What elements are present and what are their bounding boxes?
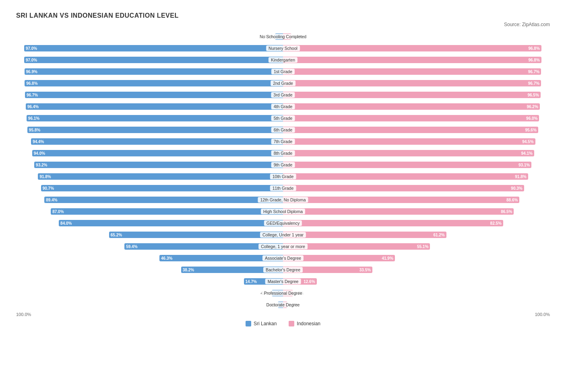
bar-pink: 90.3%: [283, 185, 524, 191]
right-half: 12.6%: [283, 277, 550, 286]
bar-blue: 96.7%: [25, 92, 283, 98]
right-half: 93.1%: [283, 160, 550, 169]
left-half: 14.7%: [16, 277, 283, 286]
bar-blue: 93.2%: [34, 162, 283, 168]
bar-blue: 96.1%: [27, 115, 283, 121]
bar-blue: 97.0%: [24, 45, 283, 51]
left-half: 96.7%: [16, 90, 283, 99]
bar-pink: 55.1%: [283, 243, 430, 250]
legend-color-pink: [289, 321, 294, 326]
right-half: 96.5%: [283, 90, 550, 99]
bar-blue-value: 59.4%: [124, 244, 137, 249]
bar-blue-value: 46.3%: [159, 256, 172, 261]
left-half: 96.4%: [16, 102, 283, 111]
right-half: 88.6%: [283, 195, 550, 204]
bar-pink-outside-value: 3.7%: [295, 291, 304, 296]
bar-blue: 94.0%: [32, 150, 283, 156]
right-half: 96.8%: [283, 55, 550, 64]
bar-pink: 93.1%: [283, 162, 531, 168]
right-half: 61.2%: [283, 230, 550, 239]
bar-blue-value: 91.8%: [38, 174, 51, 179]
right-half: 82.5%: [283, 219, 550, 228]
left-half: 89.4%: [16, 195, 283, 204]
bar-row: 93.2%9th Grade93.1%: [16, 160, 550, 170]
bar-pink: 94.5%: [283, 138, 535, 145]
bar-row: 3.0%No Schooling Completed3.2%: [16, 31, 550, 42]
bar-blue: 59.4%: [124, 243, 283, 250]
bar-pink-value: 96.7%: [528, 81, 541, 86]
bar-blue-outside-value: 1.9%: [267, 303, 277, 307]
left-half: 96.1%: [16, 114, 283, 123]
bar-pink: [283, 302, 287, 308]
bar-pink-value: 96.5%: [527, 93, 540, 97]
bar-pink: 33.5%: [283, 267, 372, 273]
left-half: 65.2%: [16, 230, 283, 239]
right-half: 96.0%: [283, 114, 550, 123]
bar-pink-value: 12.6%: [304, 279, 316, 284]
bar-row: 38.2%Bachelor's Degree33.5%: [16, 265, 550, 275]
bar-row: 95.8%6th Grade95.6%: [16, 125, 550, 135]
legend-label-sri-lankan: Sri Lankan: [254, 321, 277, 326]
bar-blue-value: 97.0%: [24, 58, 37, 62]
bar-blue: 96.8%: [25, 80, 283, 86]
left-half: 93.2%: [16, 160, 283, 169]
bar-pink: [283, 290, 293, 296]
bar-blue-value: 84.0%: [59, 221, 72, 226]
legend-item-sri-lankan: Sri Lankan: [246, 321, 277, 326]
left-half: 46.3%: [16, 254, 283, 263]
bar-pink-value: 96.7%: [528, 70, 541, 74]
bar-blue: 91.8%: [38, 173, 283, 180]
bar-pink-value: 93.1%: [518, 163, 531, 167]
bar-pink-value: 96.2%: [527, 105, 539, 109]
bar-row: 96.8%2nd Grade96.7%: [16, 78, 550, 88]
bar-blue-value: 65.2%: [109, 233, 122, 237]
bar-blue: 90.7%: [41, 185, 283, 191]
right-half: 96.2%: [283, 102, 550, 111]
bar-blue-value: 96.9%: [25, 70, 37, 74]
bar-pink: 96.7%: [283, 68, 541, 75]
bar-blue-value: 94.0%: [32, 151, 45, 156]
bar-pink-value: 96.0%: [526, 116, 539, 121]
chart-area: 3.0%No Schooling Completed3.2%97.0%Nurse…: [16, 31, 550, 310]
bar-blue: 14.7%: [244, 278, 283, 285]
bar-pink: 88.6%: [283, 197, 519, 203]
bar-pink: [283, 33, 291, 40]
left-half: 3.0%: [16, 32, 283, 41]
bar-pink: 96.8%: [283, 45, 541, 51]
bar-row: 94.0%8th Grade94.1%: [16, 148, 550, 158]
axis-right: 100.0%: [535, 312, 550, 317]
bar-blue: 95.8%: [27, 127, 283, 133]
bar-pink: 82.5%: [283, 220, 503, 226]
bar-blue-value: 96.7%: [25, 93, 38, 97]
bar-pink-value: 41.9%: [382, 256, 395, 261]
source-text: Source: ZipAtlas.com: [16, 22, 550, 27]
bar-blue-value: 96.4%: [26, 105, 39, 109]
bar-pink-value: 96.8%: [528, 46, 541, 51]
bar-blue: [272, 290, 283, 296]
bar-blue-value: 87.0%: [51, 209, 64, 214]
bar-pink: 96.0%: [283, 115, 539, 121]
bar-row: 96.7%3rd Grade96.5%: [16, 90, 550, 100]
bar-pink-value: 82.5%: [490, 221, 503, 226]
bar-row: 4.3%Professional Degree3.7%: [16, 288, 550, 298]
bar-blue-value: 89.4%: [44, 198, 57, 202]
axis-labels: 100.0% 100.0%: [16, 312, 550, 317]
bar-row: 89.4%12th Grade, No Diploma88.6%: [16, 195, 550, 205]
bar-blue-value: 96.1%: [27, 116, 39, 121]
bar-row: 96.4%4th Grade96.2%: [16, 101, 550, 112]
right-half: 96.7%: [283, 67, 550, 76]
bar-blue-value: 90.7%: [41, 186, 54, 191]
bar-pink: 96.2%: [283, 103, 540, 110]
bar-pink-value: 90.3%: [511, 186, 524, 191]
bar-blue: 89.4%: [44, 197, 283, 203]
bar-row: 96.1%5th Grade96.0%: [16, 113, 550, 123]
right-half: 55.1%: [283, 242, 550, 251]
left-half: 97.0%: [16, 44, 283, 53]
left-half: 84.0%: [16, 219, 283, 228]
legend-label-indonesian: Indonesian: [297, 321, 320, 326]
bar-pink: 12.6%: [283, 278, 317, 285]
right-half: 96.7%: [283, 79, 550, 88]
left-half: 4.3%: [16, 289, 283, 298]
left-half: 87.0%: [16, 207, 283, 216]
right-half: 1.6%: [283, 300, 550, 309]
